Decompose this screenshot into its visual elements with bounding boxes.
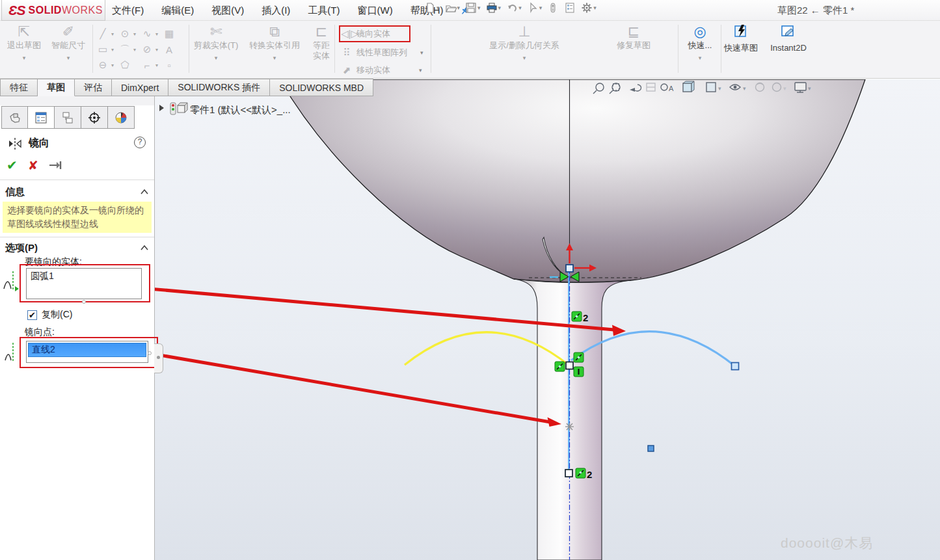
info-section-header[interactable]: 信息 [5,186,25,198]
new-file-button[interactable]: ▾ [423,2,441,14]
spline-icon[interactable]: ∿ [141,28,154,40]
graphics-area[interactable]: A ▾ ▾ ▾ ▾ 零件1 (默认<<默认>_... [155,79,940,560]
listbox-resize-handle[interactable] [82,300,86,304]
circle-icon[interactable]: ⊙ [118,28,131,40]
repair-sketch-button[interactable]: ⊑ 修复草图 [617,23,651,51]
property-manager-tab[interactable] [28,106,55,129]
relation-count-label: 2 [583,312,588,323]
rectangle-icon[interactable]: ▭ [96,44,109,55]
undo-button[interactable]: ▾ [505,2,523,14]
options-section-header[interactable]: 选项(P) [5,242,38,254]
tangent-relation-badge-left[interactable] [555,362,565,371]
sketch-entity-palette: ╱▾ ⊙▾ ∿▾ ▦ ▭▾ ⌒▾ ⊘▾ A ⊖▾ ⬠ ⌐▾ ▫ [96,26,183,73]
feature-manager-icon [8,111,22,124]
offset-entities-icon: ⊏ [310,23,333,40]
view-palette-button[interactable] [546,2,560,14]
mirror-annotation-box [339,25,410,42]
line-endpoint-handle[interactable] [565,470,572,477]
slot-icon[interactable]: ⊖ [96,59,109,71]
tab-sketch[interactable]: 草图 [38,79,75,96]
svg-text:▾: ▾ [808,85,811,92]
smart-dimension-button[interactable]: ✐ 智能尺寸 ▾ [47,23,90,63]
rollback-traffic-icon [170,103,176,114]
logo-works-text: WORKS [62,5,103,16]
pin-button[interactable] [49,160,63,170]
menu-file[interactable]: 文件(F) [112,5,144,17]
save-button[interactable]: ▾ [464,2,482,14]
origin-point-handle[interactable] [566,265,573,272]
convert-entities-button[interactable]: ⧉ 转换实体引用 ▾ [242,23,307,63]
mirror-point-listbox[interactable]: 直线2 [26,341,148,363]
offset-entities-button[interactable]: ⊏ 等距实体 [310,23,333,61]
display-relations-icon: ⊥ [435,23,614,40]
cancel-button[interactable]: ✘ [28,158,38,173]
view-orientation-icon[interactable] [683,81,694,92]
part-cube-icon [178,103,187,113]
menu-insert[interactable]: 插入(I) [262,5,290,17]
trim-entities-button[interactable]: ✄ 剪裁实体(T) ▾ [193,23,239,63]
display-manager-tab[interactable] [108,106,135,129]
listbox-resize-handle-2[interactable] [148,351,152,355]
point-icon[interactable]: ▫ [163,60,176,71]
tab-solidworks-mbd[interactable]: SOLIDWORKS MBD [270,79,373,96]
fillet-icon[interactable]: ⌐ [141,60,154,71]
ellipse-icon[interactable]: ⊘ [141,44,154,55]
info-collapse-chevron[interactable] [141,189,148,194]
instant2d-button[interactable]: Instant2D [761,23,816,53]
copy-checkbox[interactable]: ✔ [27,310,37,320]
arc-junction-point-handle[interactable] [566,362,573,369]
options-gear-button[interactable]: ▾ [580,2,598,14]
tab-dimxpert[interactable]: DimXpert [112,79,168,96]
command-manager-tabs: 特征 草图 评估 DimXpert SOLIDWORKS 插件 SOLIDWOR… [0,79,373,96]
menu-tools[interactable]: 工具(T) [308,5,340,17]
trim-frame-icon[interactable]: ▦ [163,28,176,40]
properties-form-button[interactable] [563,2,577,14]
dimxpert-manager-tab[interactable] [81,106,108,129]
print-button[interactable]: ▾ [485,2,503,14]
relation-badge-line-end[interactable]: 2 [576,468,592,480]
tab-evaluate[interactable]: 评估 [75,79,112,96]
menu-view[interactable]: 视图(V) [211,5,244,17]
text-icon[interactable]: A [163,44,176,55]
rapid-sketch-button[interactable]: 快速草图 [723,23,759,53]
rapid-sketch-icon [723,23,759,43]
property-manager-panel: 镜向 ? ✔ ✘ 信息 选择要镜向的实体及一镜向所绕的草图线或线性模型边线 选项… [0,96,155,560]
tree-root-label[interactable]: 零件1 (默认<<默认>_... [190,104,291,115]
entities-to-mirror-listbox[interactable]: 圆弧1 [26,268,142,299]
pm-help-button[interactable]: ? [134,137,146,148]
panel-splitter-handle[interactable] [154,343,163,373]
linear-pattern-button[interactable]: ⠿ 线性草图阵列 ▾ [341,44,423,61]
linear-pattern-icon: ⠿ [341,47,353,59]
isolated-sketch-point[interactable] [648,446,654,451]
configuration-manager-tab[interactable] [55,106,81,129]
copy-option[interactable]: ✔ 复制(C) [27,309,72,321]
menu-window[interactable]: 窗口(W) [357,5,392,17]
feature-manager-tab[interactable] [1,106,28,129]
command-manager: ⇱ 退出草图 ▾ ✐ 智能尺寸 ▾ ╱▾ ⊙▾ ∿▾ ▦ ▭▾ ⌒▾ ⊘▾ A [0,21,940,79]
tangent-relation-badge-mid[interactable] [574,353,584,362]
options-collapse-chevron[interactable] [141,245,148,250]
mirror-point-selected-item[interactable]: 直线2 [28,343,146,357]
quick-snaps-button[interactable]: ◎ 快速... ▾ [682,23,718,63]
menu-bar: ƐS SOLIDWORKS 文件(F) 编辑(E) 视图(V) 插入(I) 工具… [0,0,940,21]
move-entities-icon: ⬈ [341,64,353,76]
line-icon[interactable]: ╱ [96,28,109,40]
panel-manager-tabs [1,106,135,129]
tangent-relation-badge-top[interactable]: 2 [572,312,588,323]
vertical-relation-badge[interactable] [574,367,584,377]
menu-edit[interactable]: 编辑(E) [161,5,194,17]
select-button[interactable]: ▾ [526,2,544,14]
mirrored-arc-endpoint-handle[interactable] [732,363,739,370]
polygon-icon[interactable]: ⬠ [118,59,131,71]
tab-solidworks-addins[interactable]: SOLIDWORKS 插件 [168,79,270,96]
entities-to-mirror-icon [3,271,20,291]
tab-features[interactable]: 特征 [0,79,38,96]
dimxpert-manager-icon [88,111,101,124]
ok-button[interactable]: ✔ [7,157,18,173]
open-file-button[interactable]: ▾ [444,2,462,14]
exit-sketch-button[interactable]: ⇱ 退出草图 ▾ [4,23,44,63]
move-entities-button[interactable]: ⬈ 移动实体 ▾ [341,62,422,79]
display-relations-button[interactable]: ⊥ 显示/删除几何关系 ▾ [435,23,614,63]
arc-icon[interactable]: ⌒ [118,44,131,56]
logo-solid-text: SOLID [29,5,62,16]
